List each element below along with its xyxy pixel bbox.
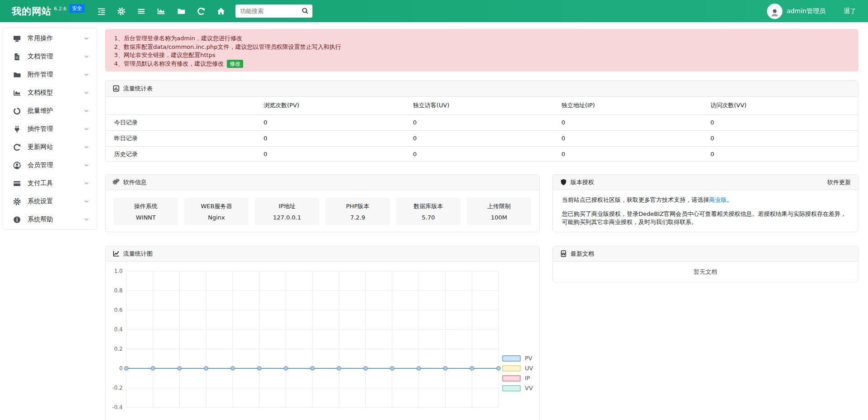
- table-cell: 0: [561, 146, 710, 162]
- sidebar: 常用操作文档管理附件管理文档模型批量维护插件管理更新网站会员管理支付工具系统设置…: [3, 28, 97, 229]
- legend-swatch: [502, 375, 521, 382]
- chart-line-icon: [113, 250, 120, 257]
- card-title: 流量统计图: [123, 250, 153, 258]
- chart-area-icon[interactable]: [157, 7, 165, 15]
- logout-link[interactable]: 退了: [844, 7, 856, 15]
- security-badge[interactable]: 安全: [69, 4, 85, 13]
- sidebar-item[interactable]: 支付工具: [3, 174, 97, 192]
- table-cell: 0: [710, 146, 858, 162]
- redo-icon: [13, 143, 21, 151]
- latest-docs-card: W 最新文档 暂无文档: [552, 246, 858, 282]
- circle-notch-icon: [13, 107, 21, 115]
- card-title: 最新文档: [571, 250, 594, 258]
- legend-item-ip[interactable]: IP: [502, 375, 533, 382]
- software-label: IP地址: [278, 202, 296, 210]
- search-box: [235, 5, 312, 18]
- app-header: 我的网站 6.2.6 安全 admin管理员 退了: [0, 0, 868, 22]
- search-icon[interactable]: [302, 7, 309, 14]
- folder-icon: [13, 71, 21, 79]
- sidebar-item-label: 系统设置: [28, 197, 83, 205]
- table-cell: 0: [561, 130, 710, 146]
- chevron-down-icon: [83, 162, 90, 168]
- software-value: Nginx: [208, 214, 225, 221]
- sidebar-item[interactable]: 附件管理: [3, 66, 97, 84]
- legend-item-vv[interactable]: VV: [502, 385, 533, 391]
- outdent-icon[interactable]: [97, 7, 106, 15]
- notice-line: 2、数据库配置data/common.inc.php文件，建议您以管理员权限设置…: [114, 43, 849, 52]
- table-cell: 0: [264, 115, 413, 130]
- chart-area-icon: [13, 89, 21, 97]
- sidebar-item-label: 文档模型: [28, 89, 83, 97]
- commercial-edition-link[interactable]: 商业版: [709, 196, 727, 203]
- table-cell: 0: [264, 130, 413, 146]
- table-header-cell: 浏览次数(PV): [264, 97, 413, 115]
- chevron-down-icon: [83, 180, 90, 186]
- legend-swatch: [502, 355, 521, 362]
- svg-text:0.8: 0.8: [114, 287, 123, 294]
- user-circle-icon: [13, 162, 21, 169]
- svg-text:0.4: 0.4: [114, 326, 123, 333]
- chevron-down-icon: [83, 198, 90, 205]
- sidebar-item[interactable]: 系统设置: [3, 192, 97, 210]
- card-header: 版本授权 软件更新: [553, 175, 858, 190]
- traffic-chart-card: 流量统计图 1.00.80.60.40.20-0.2-0.4 PVUVIPVV: [105, 246, 540, 420]
- plug-icon: [13, 125, 21, 133]
- svg-text:-0.4: -0.4: [112, 404, 123, 410]
- software-label: 上传限制: [487, 202, 511, 210]
- legend-label: PV: [525, 355, 532, 362]
- software-update-link[interactable]: 软件更新: [827, 178, 851, 186]
- notice-line: 3、网址非安全链接，建议您配置https: [114, 51, 849, 60]
- home-icon[interactable]: [217, 7, 225, 15]
- cogs-icon: [113, 179, 120, 186]
- row-label: 昨日记录: [106, 130, 264, 146]
- legend-label: IP: [525, 375, 530, 382]
- table-row: 今日记录0000: [106, 115, 858, 130]
- search-input[interactable]: [235, 5, 312, 18]
- fix-button[interactable]: 修改: [227, 60, 243, 68]
- sidebar-item[interactable]: 更新网站: [3, 138, 97, 156]
- bars-icon[interactable]: [137, 7, 145, 15]
- folder-icon[interactable]: [177, 7, 185, 15]
- cog-icon[interactable]: [117, 7, 125, 15]
- sidebar-item[interactable]: 系统帮助: [3, 210, 97, 229]
- software-value: 100M: [491, 214, 507, 221]
- card-title: 软件信息: [123, 178, 147, 186]
- sidebar-item[interactable]: 会员管理: [3, 156, 97, 174]
- security-notice: 1、后台管理登录名称为admin，建议您进行修改2、数据库配置data/comm…: [105, 29, 858, 72]
- chevron-down-icon: [83, 126, 90, 132]
- traffic-table: 浏览次数(PV)独立访客(UV)独立地址(IP)访问次数(VV)今日记录0000…: [106, 97, 858, 162]
- shield-icon: [560, 179, 567, 186]
- row-label: 今日记录: [106, 115, 264, 130]
- sidebar-item[interactable]: 批量维护: [3, 102, 97, 120]
- svg-text:0.2: 0.2: [114, 346, 123, 352]
- software-info-item: WEB服务器Nginx: [184, 198, 249, 225]
- table-header-row: 浏览次数(PV)独立访客(UV)独立地址(IP)访问次数(VV): [106, 97, 858, 115]
- traffic-stats-card: 流量统计表 浏览次数(PV)独立访客(UV)独立地址(IP)访问次数(VV)今日…: [105, 80, 858, 162]
- license-paragraph: 您已购买了商业版授权，登录DedeBIZ官网会员中心可查看相关授权信息。若授权结…: [562, 210, 849, 226]
- site-title: 我的网站: [12, 5, 52, 18]
- table-cell: 0: [413, 130, 561, 146]
- sidebar-item[interactable]: 插件管理: [3, 120, 97, 138]
- person-icon: [767, 4, 782, 19]
- table-cell: 0: [710, 115, 858, 130]
- chevron-down-icon: [83, 144, 90, 150]
- legend-item-pv[interactable]: PV: [502, 355, 533, 362]
- card-title: 版本授权: [571, 178, 594, 186]
- software-info-item: 操作系统WINNT: [114, 198, 178, 225]
- license-body: 当前站点已授权社区版，获取更多官方技术支持，请选择商业版。 您已购买了商业版授权…: [553, 190, 858, 226]
- table-cell: 0: [413, 115, 561, 130]
- software-label: PHP版本: [346, 202, 369, 210]
- svg-text:0: 0: [119, 365, 123, 372]
- software-cards: 操作系统WINNTWEB服务器NginxIP地址127.0.0.1PHP版本7.…: [106, 190, 539, 233]
- row-label: 历史记录: [106, 146, 264, 162]
- sidebar-item[interactable]: 常用操作: [3, 29, 97, 48]
- redo-icon[interactable]: [197, 7, 205, 15]
- user-menu[interactable]: admin管理员 退了: [767, 0, 856, 22]
- svg-text:0.6: 0.6: [114, 307, 123, 313]
- table-header-cell: 独立地址(IP): [561, 97, 710, 115]
- sidebar-item[interactable]: 文档管理: [3, 48, 97, 66]
- software-info-item: PHP版本7.2.9: [326, 198, 390, 225]
- card-header: W 最新文档: [553, 246, 858, 262]
- sidebar-item[interactable]: 文档模型: [3, 84, 97, 102]
- legend-item-uv[interactable]: UV: [502, 365, 533, 372]
